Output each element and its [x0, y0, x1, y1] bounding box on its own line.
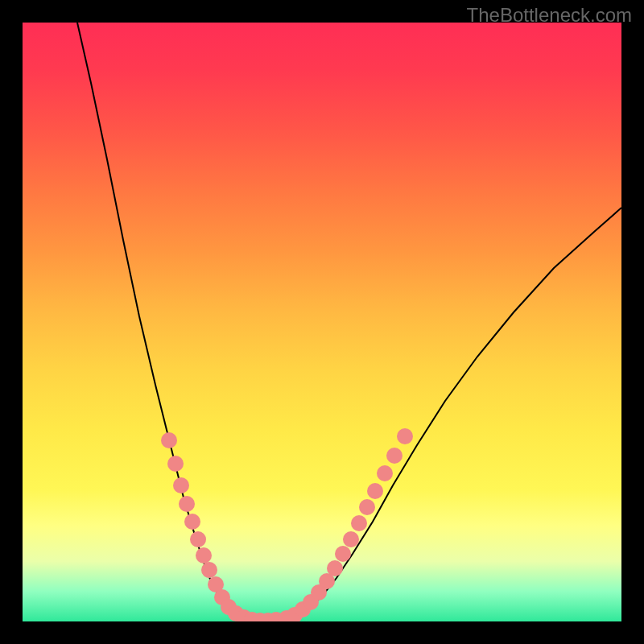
watermark-text: TheBottleneck.com	[467, 4, 632, 27]
highlight-dot	[386, 448, 402, 464]
right-bottleneck-curve	[256, 208, 621, 621]
highlight-dot	[196, 547, 212, 564]
highlight-dot	[351, 515, 367, 531]
highlight-dot	[367, 483, 383, 499]
highlight-dot	[397, 428, 413, 444]
highlight-dot	[161, 432, 177, 448]
highlight-dot	[343, 531, 359, 547]
chart-area	[23, 23, 621, 621]
highlight-dot	[179, 496, 195, 512]
highlight-dot	[173, 477, 189, 493]
highlight-dots-group	[161, 428, 413, 621]
highlight-dot	[327, 560, 343, 576]
highlight-dot	[201, 562, 217, 578]
chart-svg	[23, 23, 621, 621]
highlight-dot	[167, 456, 184, 472]
highlight-dot	[377, 465, 393, 481]
left-bottleneck-curve	[77, 23, 256, 621]
highlight-dot	[359, 499, 375, 515]
highlight-dot	[184, 514, 200, 530]
highlight-dot	[190, 531, 206, 547]
highlight-dot	[335, 546, 351, 562]
